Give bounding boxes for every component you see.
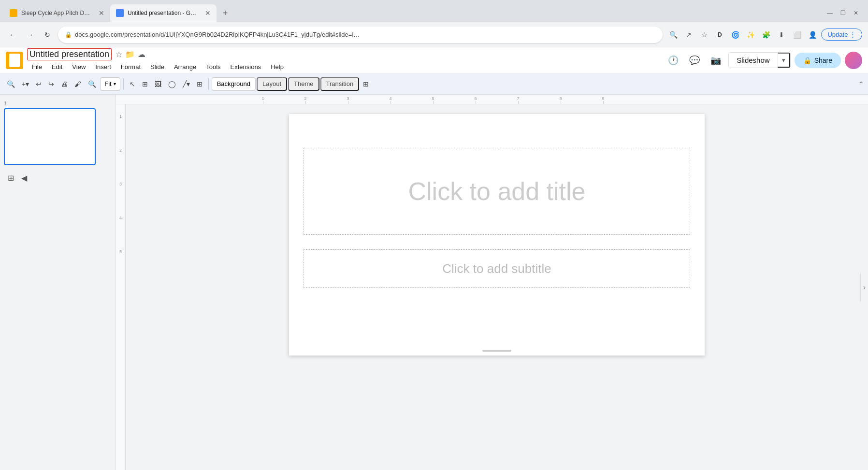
folder-icon[interactable]: 📁 [125,50,135,59]
slideshow-button[interactable]: Slideshow [729,53,777,68]
tab-untitled[interactable]: Untitled presentation - Google S… ✕ [110,4,217,22]
menu-arrange[interactable]: Arrange [169,61,201,72]
canvas-area: 1 2 3 4 5 Click to add title [116,104,868,470]
ruler-mark-9: 9 [582,96,624,104]
ruler-mark-2: 2 [284,96,327,104]
grid-view-button[interactable]: ⊞ [4,171,17,185]
slides-app: Untitled presentation ☆ 📁 ☁ File Edit Vi… [0,47,868,470]
search-toolbar-icon[interactable]: 🔍 [666,28,680,42]
extension-icon-5[interactable]: ⬜ [790,28,804,42]
title-placeholder[interactable]: Click to add title [304,148,690,235]
v-ruler-1: 1 [119,114,122,119]
address-text: docs.google.com/presentation/d/1UIjYXQnG… [75,31,656,38]
share-button[interactable]: 🔒 Share [795,53,841,68]
v-ruler-5: 5 [119,249,122,254]
shape-tool[interactable]: ◯ [165,76,179,92]
redo-button[interactable]: ↪ [45,76,57,92]
presentation-title[interactable]: Untitled presentation [27,48,112,60]
undo-button[interactable]: ↩ [33,76,44,92]
share-lock-icon: 🔒 [803,57,811,64]
bookmark-icon[interactable]: ☆ [697,28,711,42]
menu-edit[interactable]: Edit [47,61,67,72]
forward-button[interactable]: → [23,28,37,42]
app-title-section: Untitled presentation ☆ 📁 ☁ File Edit Vi… [27,48,289,72]
theme-button[interactable]: Theme [288,77,319,91]
new-tab-button[interactable]: + [218,6,232,20]
menu-insert[interactable]: Insert [90,61,116,72]
present-options-button[interactable]: 📷 [707,52,724,69]
toolbar-collapse-button[interactable]: ⌃ [858,80,864,88]
cloud-icon[interactable]: ☁ [138,50,145,59]
tab-close-2[interactable]: ✕ [205,9,211,17]
text-box-tool[interactable]: ⊞ [194,76,205,92]
ruler-mark-4: 4 [369,96,412,104]
app-logo [6,52,23,69]
extension-icon-1[interactable]: D [713,28,726,42]
select-tool[interactable]: ↖ [127,76,138,92]
menu-view[interactable]: View [67,61,90,72]
collapse-panel-button[interactable]: ◀ [17,171,31,185]
separator-1 [123,78,124,90]
paint-format-button[interactable]: 🖌 [72,76,84,92]
address-input[interactable]: 🔒 docs.google.com/presentation/d/1UIjYXQ… [58,27,663,43]
close-button[interactable]: ✕ [852,8,860,18]
tab-label-2: Untitled presentation - Google S… [128,10,199,16]
menu-format[interactable]: Format [116,61,145,72]
tab-sleep-cycle[interactable]: Sleep Cycle App Pitch Deck by S… ✕ [4,4,110,22]
download-icon[interactable]: ⬇ [775,28,788,42]
menu-row: File Edit View Insert Format Slide Arran… [27,61,289,72]
menu-slide[interactable]: Slide [145,61,169,72]
star-icon[interactable]: ☆ [116,50,122,59]
canvas-wrapper: 1 2 3 4 5 [116,95,868,470]
slide-thumbnail-1[interactable] [4,108,96,165]
line-tool[interactable]: ╱▾ [180,76,193,92]
minimize-button[interactable]: — [825,8,835,18]
maximize-button[interactable]: ❐ [839,8,848,18]
zoom-add-button[interactable]: +▾ [19,76,32,92]
image-tool[interactable]: 🖼 [152,76,164,92]
ruler-mark-1: 1 [242,96,284,104]
subtitle-placeholder-text: Click to add subtitle [442,261,551,276]
history-button[interactable]: 🕐 [665,52,682,69]
address-bar: ← → ↻ 🔒 docs.google.com/presentation/d/1… [0,22,868,47]
canvas-scroll-area: Click to add title Click to add subtitle [126,104,868,470]
slide-canvas[interactable]: Click to add title Click to add subtitle [289,114,705,356]
ruler-mark-8: 8 [539,96,582,104]
tab-close-1[interactable]: ✕ [99,9,104,17]
menu-extensions[interactable]: Extensions [226,61,266,72]
comment-button[interactable]: 💬 [686,52,703,69]
right-panel-collapse-button[interactable]: › [860,273,868,302]
vertical-ruler: 1 2 3 4 5 [116,104,126,470]
background-button[interactable]: Background [212,77,256,91]
ruler-mark-3: 3 [327,96,369,104]
extension-icon-3[interactable]: ✨ [744,28,757,42]
present-button-group: Slideshow ▾ [728,52,790,68]
zoom-out-button[interactable]: 🔍 [85,76,99,92]
search-button[interactable]: 🔍 [4,76,18,92]
menu-file[interactable]: File [27,61,47,72]
menu-tools[interactable]: Tools [201,61,225,72]
back-button[interactable]: ← [6,28,19,42]
update-button[interactable]: Update ⋮ [821,28,862,41]
transition-button[interactable]: Transition [320,77,360,91]
slideshow-label: Slideshow [737,56,769,64]
layout-button[interactable]: Layout [257,77,287,91]
window-controls: — ❐ ✕ [825,8,864,18]
ruler-mark-5: 5 [412,96,454,104]
subtitle-placeholder[interactable]: Click to add subtitle [304,249,690,288]
insert-slide-button[interactable]: ⊞ [360,76,372,92]
user-avatar[interactable] [845,52,862,69]
menu-help[interactable]: Help [266,61,289,72]
extension-icon-4[interactable]: 🧩 [759,28,773,42]
slide-number-label: 1 [4,100,112,106]
print-button[interactable]: 🖨 [58,76,71,92]
browser-chrome: Sleep Cycle App Pitch Deck by S… ✕ Untit… [0,0,868,47]
separator-2 [208,78,209,90]
extension-icon-2[interactable]: 🌀 [728,28,742,42]
profile-icon[interactable]: 👤 [806,28,819,42]
zoom-selector[interactable]: Fit ▾ [100,77,120,91]
slideshow-dropdown[interactable]: ▾ [778,53,790,68]
frame-tool[interactable]: ⊞ [139,76,151,92]
share-toolbar-icon[interactable]: ↗ [682,28,695,42]
reload-button[interactable]: ↻ [41,28,54,42]
